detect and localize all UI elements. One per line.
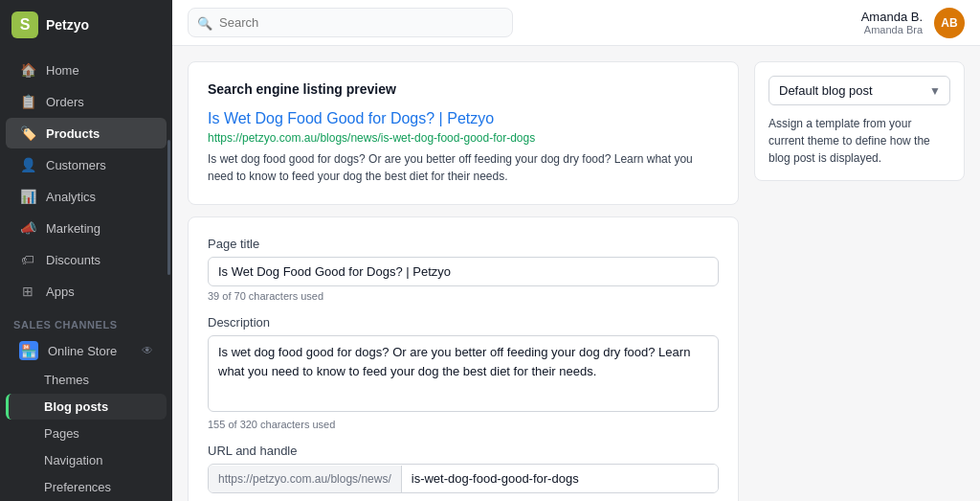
- sidebar-item-apps[interactable]: ⊞ Apps: [6, 276, 167, 307]
- description-group: Description 155 of 320 characters used: [208, 315, 719, 430]
- sidebar-header: S Petzyo: [0, 0, 172, 50]
- channel-label: Online Store: [48, 344, 117, 358]
- sidebar-item-products[interactable]: 🏷️ Products: [6, 118, 167, 148]
- seo-card: Search engine listing preview Is Wet Dog…: [188, 61, 739, 205]
- search-bar-container: 🔍: [188, 8, 513, 37]
- description-textarea[interactable]: [208, 335, 719, 412]
- sidebar-item-marketing[interactable]: 📣 Marketing: [6, 213, 167, 243]
- sub-item-label: Pages: [44, 426, 79, 441]
- sub-item-label: Themes: [44, 373, 89, 387]
- sidebar-scroll: 🏠 Home 📋 Orders 🏷️ Products 👤 Customers …: [0, 50, 172, 501]
- template-select-wrap: Default blog post ▼: [768, 76, 950, 105]
- sidebar-item-label: Marketing: [46, 221, 100, 236]
- template-description: Assign a template from your current them…: [768, 115, 950, 167]
- description-label: Description: [208, 315, 719, 330]
- discounts-icon: 🏷: [19, 251, 36, 268]
- seo-preview-link: https://petzyo.com.au/blogs/news/is-wet-…: [208, 131, 719, 145]
- products-icon: 🏷️: [19, 125, 36, 142]
- sidebar-item-label: Discounts: [46, 253, 100, 267]
- page-title-group: Page title 39 of 70 characters used: [208, 237, 719, 302]
- analytics-icon: 📊: [19, 188, 36, 205]
- main-panel: Search engine listing preview Is Wet Dog…: [188, 61, 739, 486]
- orders-icon: 📋: [19, 93, 36, 110]
- app-name: Petzyo: [46, 17, 89, 33]
- sub-item-label: Preferences: [44, 480, 111, 494]
- sub-item-label: Navigation: [44, 453, 102, 467]
- sidebar-item-discounts[interactable]: 🏷 Discounts: [6, 244, 167, 275]
- sidebar-item-home[interactable]: 🏠 Home: [6, 55, 167, 85]
- sidebar-subitem-themes[interactable]: Themes: [6, 367, 167, 393]
- url-input-wrap: https://petzyo.com.au/blogs/news/: [208, 464, 719, 493]
- sidebar-item-label: Home: [46, 63, 79, 78]
- eye-icon[interactable]: 👁: [142, 344, 153, 357]
- url-handle-group: URL and handle https://petzyo.com.au/blo…: [208, 444, 719, 493]
- sidebar-subitem-preferences[interactable]: Preferences: [6, 474, 167, 500]
- url-handle-label: URL and handle: [208, 444, 719, 458]
- url-handle-input[interactable]: [402, 465, 718, 492]
- seo-form-card: Page title 39 of 70 characters used Desc…: [188, 216, 739, 501]
- home-icon: 🏠: [19, 61, 36, 79]
- url-prefix: https://petzyo.com.au/blogs/news/: [209, 466, 402, 492]
- sidebar-item-analytics[interactable]: 📊 Analytics: [6, 181, 167, 212]
- sidebar-item-label: Analytics: [46, 190, 96, 204]
- seo-preview-title[interactable]: Is Wet Dog Food Good for Dogs? | Petzyo: [208, 110, 719, 127]
- sidebar-item-orders[interactable]: 📋 Orders: [6, 86, 167, 117]
- template-select[interactable]: Default blog post: [768, 76, 950, 105]
- topbar: 🔍 Amanda B. Amanda Bra AB: [172, 0, 980, 46]
- seo-preview-description: Is wet dog food good for dogs? Or are yo…: [208, 150, 719, 185]
- seo-card-title: Search engine listing preview: [208, 81, 719, 97]
- sub-item-label: Blog posts: [44, 399, 108, 414]
- right-panel: Default blog post ▼ Assign a template fr…: [754, 61, 965, 486]
- sidebar-subitem-pages[interactable]: Pages: [6, 421, 167, 446]
- shopify-logo-icon: S: [11, 11, 38, 38]
- user-sub: Amanda Bra: [861, 24, 923, 35]
- sales-channels-label: SALES CHANNELS: [0, 307, 172, 334]
- online-store-icon: 🏪: [19, 341, 38, 360]
- main-area: 🔍 Amanda B. Amanda Bra AB Search engine …: [172, 0, 980, 501]
- marketing-icon: 📣: [19, 219, 36, 237]
- search-icon: 🔍: [197, 15, 212, 30]
- avatar[interactable]: AB: [934, 8, 965, 38]
- page-title-char-count: 39 of 70 characters used: [208, 290, 719, 302]
- sidebar-item-label: Orders: [46, 95, 84, 109]
- sidebar: S Petzyo 🏠 Home 📋 Orders 🏷️ Products 👤 C…: [0, 0, 172, 501]
- sidebar-item-label: Customers: [46, 158, 106, 172]
- sidebar-item-label: Products: [46, 126, 100, 141]
- sidebar-subitem-blog-posts[interactable]: Blog posts: [6, 394, 167, 420]
- main-nav: 🏠 Home 📋 Orders 🏷️ Products 👤 Customers …: [0, 50, 172, 501]
- template-card: Default blog post ▼ Assign a template fr…: [754, 61, 965, 181]
- description-char-count: 155 of 320 characters used: [208, 419, 719, 430]
- search-input[interactable]: [188, 8, 513, 37]
- customers-icon: 👤: [19, 156, 36, 173]
- sidebar-subitem-navigation[interactable]: Navigation: [6, 447, 167, 473]
- page-title-label: Page title: [208, 237, 719, 251]
- user-info: Amanda B. Amanda Bra: [861, 10, 923, 35]
- user-name: Amanda B.: [861, 10, 923, 24]
- sidebar-item-customers[interactable]: 👤 Customers: [6, 149, 167, 180]
- content-area: Search engine listing preview Is Wet Dog…: [172, 46, 980, 501]
- apps-icon: ⊞: [19, 283, 36, 300]
- sidebar-item-label: Apps: [46, 285, 75, 299]
- sidebar-item-online-store[interactable]: 🏪 Online Store 👁: [6, 335, 167, 366]
- page-title-input[interactable]: [208, 257, 719, 286]
